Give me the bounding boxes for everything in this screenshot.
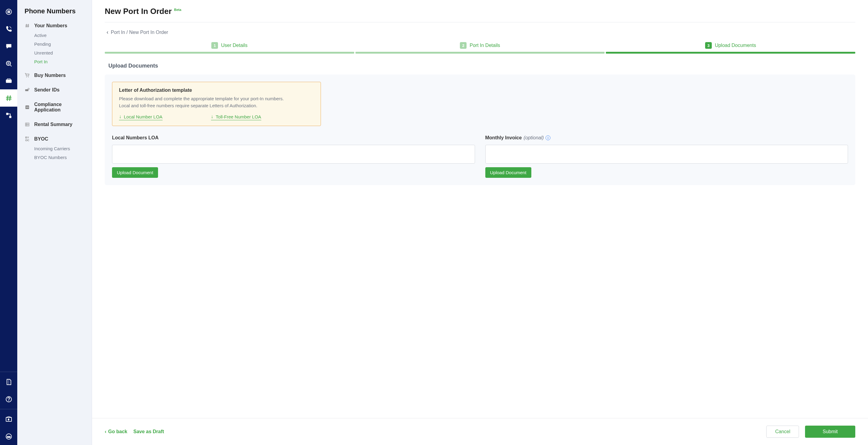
step-port-in-details[interactable]: 2 Port In Details (355, 42, 605, 54)
svg-rect-24 (25, 89, 28, 91)
sender-id-icon (25, 87, 30, 93)
step-badge: 1 (211, 42, 218, 49)
sidebar-group-label: Buy Numbers (34, 73, 66, 78)
svg-point-25 (28, 88, 29, 90)
svg-text:$: $ (8, 418, 9, 421)
sidebar-group-label: Compliance Application (34, 102, 85, 113)
optional-label: (optional) (524, 135, 544, 141)
hash-icon (25, 23, 30, 28)
svg-point-3 (9, 10, 10, 11)
svg-point-23 (28, 77, 29, 77)
icon-rail: SIP $ NG (0, 0, 17, 445)
svg-line-11 (10, 65, 11, 66)
compliance-icon: 123 (25, 105, 30, 110)
upload-card: Letter of Authorization template Please … (105, 75, 855, 185)
cancel-button[interactable]: Cancel (766, 425, 799, 438)
sidebar-item-byoc-numbers[interactable]: BYOC Numbers (17, 153, 92, 162)
svg-rect-14 (6, 113, 8, 115)
rail-billing-icon[interactable]: $ (0, 411, 17, 428)
sidebar-group-label: Rental Summary (34, 122, 72, 127)
rail-help-icon[interactable] (0, 390, 17, 408)
step-label: User Details (221, 43, 247, 48)
rail-sip-icon[interactable]: SIP (0, 72, 17, 89)
step-bar (355, 52, 605, 54)
local-loa-dropzone[interactable] (112, 145, 475, 164)
rail-phone-icon[interactable] (0, 20, 17, 37)
sidebar-item-active[interactable]: Active (17, 31, 92, 40)
sidebar-item-rental-summary[interactable]: Rental Summary (17, 119, 92, 130)
download-icon: ↓ (211, 114, 213, 119)
step-badge: 2 (460, 42, 467, 49)
rail-docs-icon[interactable] (0, 373, 17, 390)
sidebar: Phone Numbers Your Numbers Active Pendin… (17, 0, 92, 445)
sidebar-item-port-in[interactable]: Port In (17, 57, 92, 66)
breadcrumb[interactable]: ‹ Port In / New Port In Order (105, 22, 855, 42)
stepper: 1 User Details 2 Port In Details 3 Upl (105, 42, 855, 54)
step-bar (105, 52, 354, 54)
svg-point-6 (9, 11, 10, 12)
sidebar-title: Phone Numbers (17, 7, 92, 21)
sidebar-item-sender-ids[interactable]: Sender IDs (17, 85, 92, 95)
svg-point-9 (9, 12, 10, 13)
upload-invoice-button[interactable]: Upload Document (485, 167, 531, 178)
sidebar-item-byoc[interactable]: BYOC BYOC (17, 134, 92, 144)
svg-point-7 (7, 12, 8, 13)
main-content: New Port In Order Beta ‹ Port In / New P… (92, 0, 868, 445)
svg-point-8 (8, 12, 9, 13)
info-icon[interactable]: i (546, 136, 550, 140)
svg-text:SIP: SIP (7, 80, 10, 82)
svg-text:NG: NG (7, 436, 10, 438)
monthly-invoice-dropzone[interactable] (485, 145, 848, 164)
step-user-details[interactable]: 1 User Details (105, 42, 354, 54)
loa-template-box: Letter of Authorization template Please … (112, 82, 321, 126)
toll-free-number-loa-link[interactable]: ↓ Toll-Free Number LOA (211, 114, 261, 120)
rail-network-icon[interactable] (0, 107, 17, 124)
svg-rect-28 (25, 123, 29, 126)
sidebar-item-pending[interactable]: Pending (17, 40, 92, 49)
beta-tag: Beta (174, 8, 181, 11)
chevron-left-icon: ‹ (106, 29, 108, 35)
svg-point-1 (7, 10, 8, 11)
loa-text: Please download and complete the appropr… (119, 95, 314, 109)
sidebar-item-unrented[interactable]: Unrented (17, 49, 92, 57)
step-label: Port In Details (470, 43, 500, 48)
local-loa-label: Local Numbers LOA (112, 135, 159, 141)
go-back-link[interactable]: ‹ Go back (105, 429, 127, 435)
download-icon: ↓ (119, 114, 121, 119)
step-bar (606, 52, 855, 54)
sidebar-item-incoming-carriers[interactable]: Incoming Carriers (17, 144, 92, 153)
sidebar-item-compliance[interactable]: 123 Compliance Application (17, 99, 92, 115)
sidebar-group-label: BYOC (34, 136, 48, 142)
sidebar-group-label: Your Numbers (34, 23, 67, 28)
footer: ‹ Go back Save as Draft Cancel Submit (92, 418, 868, 445)
step-upload-documents[interactable]: 3 Upload Documents (606, 42, 855, 54)
upload-local-loa-button[interactable]: Upload Document (112, 167, 158, 178)
rail-chat-icon[interactable] (0, 37, 17, 55)
section-title: Upload Documents (108, 63, 855, 69)
sidebar-group-label: Sender IDs (34, 87, 60, 93)
rail-cloud-dialpad-icon[interactable] (0, 3, 17, 20)
svg-point-2 (8, 10, 9, 11)
byoc-icon: BYOC (25, 136, 30, 142)
chevron-left-icon: ‹ (105, 429, 106, 435)
loa-title: Letter of Authorization template (119, 88, 314, 93)
submit-button[interactable]: Submit (805, 425, 855, 438)
svg-point-4 (7, 11, 8, 12)
cart-icon (25, 73, 30, 78)
table-icon (25, 122, 30, 127)
step-label: Upload Documents (715, 43, 756, 48)
rail-globe-search-icon[interactable] (0, 55, 17, 72)
rail-status-icon[interactable]: NG (0, 428, 17, 445)
step-badge: 3 (705, 42, 712, 49)
sidebar-item-your-numbers[interactable]: Your Numbers (17, 21, 92, 31)
local-number-loa-link[interactable]: ↓ Local Number LOA (119, 114, 162, 120)
breadcrumb-text: Port In / New Port In Order (111, 30, 168, 35)
rail-hash-icon[interactable] (0, 89, 17, 107)
save-as-draft-link[interactable]: Save as Draft (133, 429, 164, 435)
svg-point-22 (26, 77, 27, 77)
svg-text:123: 123 (26, 106, 29, 108)
monthly-invoice-label: Monthly Invoice (485, 135, 522, 141)
svg-point-5 (8, 11, 9, 12)
page-title: New Port In Order (105, 7, 172, 16)
sidebar-item-buy-numbers[interactable]: Buy Numbers (17, 70, 92, 81)
